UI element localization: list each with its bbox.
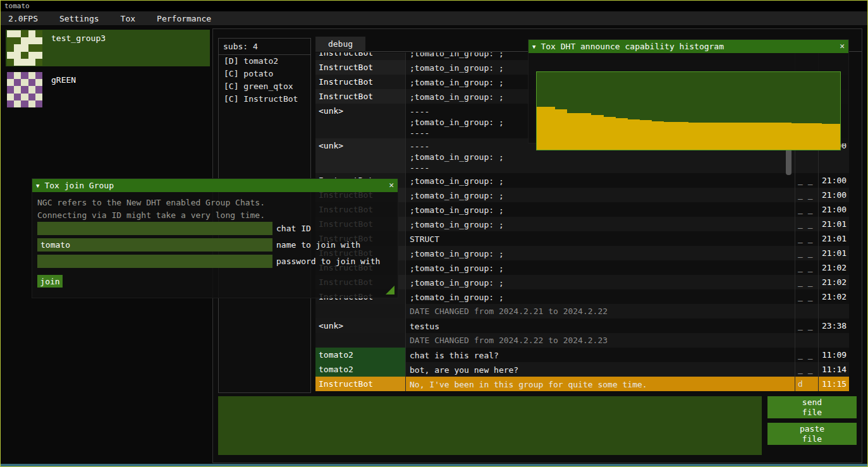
join-info-line2: Connecting via ID might take a very long… [37,209,393,222]
menu-item-2-0fps[interactable]: 2.0FPS [1,12,46,25]
sender-name: InstructBot [315,60,406,75]
sender-name: <unk> [315,318,406,333]
sender-name: <unk> [315,104,406,138]
message-time: 21:02 [819,275,849,289]
histogram-bar [773,123,779,150]
histogram-bar [737,123,743,150]
chat-message-row[interactable]: tomato2chat is this real?_ _11:09 [315,348,849,362]
histogram-bar [712,123,719,150]
message-time: 23:38 [819,318,849,333]
group-avatar [7,72,42,107]
message-text: chat is this real? [406,348,795,362]
group-item-gREEN[interactable]: gREEN [6,71,210,108]
message-text: ;tomato_in_group: ; [406,188,795,202]
message-status: _ _ [795,202,819,217]
message-time: 21:00 [819,188,849,202]
histogram-bar [707,123,713,150]
window-bottom-border [1,464,867,466]
sub-member[interactable]: [C] potato [219,68,310,80]
group-name: gREEN [51,75,76,108]
join-password-input[interactable] [37,255,272,268]
close-icon[interactable]: ✕ [840,41,845,51]
group-avatar [7,30,42,66]
join-group-window: ▼ Tox join Group ✕ NGC refers to the New… [32,179,398,298]
histogram-bar [646,120,652,150]
sub-member[interactable]: [C] InstructBot [219,93,310,106]
histogram-bar [609,117,616,150]
group-item-test_group3[interactable]: test_group3 [6,30,210,66]
message-text: ;tomato_in_group: ; [406,289,795,304]
chat-id-input[interactable] [37,222,272,235]
tab-debug[interactable]: debug [315,37,365,52]
histogram-bar [792,123,798,150]
sender-name: tomato2 [315,348,406,362]
histogram-bar [621,118,628,150]
chat-message-row[interactable]: <unk>testus_ _23:38 [315,318,849,333]
close-icon[interactable]: ✕ [389,180,394,190]
histogram-bar [688,123,695,150]
histogram-bar [810,123,816,150]
menu-item-tox[interactable]: Tox [113,12,143,25]
histogram-window-titlebar[interactable]: ▼ Tox DHT announce capability histogram … [529,40,848,53]
send-file-button[interactable]: send file [767,396,857,418]
message-status: _ _ [795,173,819,188]
histogram-bar [628,119,634,150]
chat-message-row[interactable]: tomato2bot, are you new here?_ _11:14 [315,362,849,377]
histogram-bar [658,121,664,150]
histogram-bar [664,122,670,150]
chat-date-row[interactable]: DATE CHANGED from 2024.2.21 to 2024.2.22 [315,304,849,318]
sub-member[interactable]: [C] green_qtox [219,80,310,93]
message-time: 21:01 [819,231,849,246]
histogram-bar [555,109,561,150]
chat-date-row[interactable]: DATE CHANGED from 2024.2.22 to 2024.2.23 [315,333,849,348]
message-text: ;tomato_in_group: ; [406,217,795,231]
histogram-bar [724,123,731,150]
chat-message-row[interactable]: InstructBotNo, I've been in this group f… [315,377,849,391]
resize-grip-icon[interactable] [386,286,394,294]
join-window-titlebar[interactable]: ▼ Tox join Group ✕ [32,179,398,192]
message-text: ;tomato_in_group: ; [406,260,795,275]
message-status: _ _ [795,362,819,377]
histogram-bar [755,123,761,150]
sender-name: <unk> [315,138,406,173]
join-button[interactable]: join [37,275,63,288]
chat-id-label: chat ID [276,224,311,233]
message-text: ;tomato_in_group: ; [406,246,795,260]
join-name-input[interactable] [37,238,272,252]
window-titlebar[interactable]: tomato [1,1,867,11]
group-name: test_group3 [51,33,106,66]
histogram-bar [543,107,549,150]
histogram-bar [591,115,597,150]
message-status: d [795,377,819,391]
message-input[interactable] [218,396,762,455]
histogram-bar [731,123,737,150]
message-time: 21:00 [819,202,849,217]
message-text: ;tomato_in_group: ; [406,275,795,289]
menu-item-settings[interactable]: Settings [52,12,107,25]
message-text: ;tomato_in_group: ; [406,202,795,217]
join-password-label: password to join with [276,257,380,266]
histogram-window-title: Tox DHT announce capability histogram [541,42,724,51]
message-time: 21:00 [819,173,849,188]
join-window-body: NGC refers to the New DHT enabled Group … [32,192,398,298]
message-text: ;tomato_in_group: ; [406,173,795,188]
histogram-bar [749,123,755,150]
sender-name: InstructBot [315,377,406,391]
collapse-arrow-icon[interactable]: ▼ [36,183,39,189]
histogram-bar [604,117,610,150]
subs-list: [D] tomato2[C] potato[C] green_qtox[C] I… [219,55,310,106]
message-time: 11:15 [819,377,849,391]
histogram-bar [652,121,658,150]
histogram-bar [676,122,683,150]
message-status: _ _ [795,275,819,289]
sub-member[interactable]: [D] tomato2 [219,55,310,68]
collapse-arrow-icon[interactable]: ▼ [532,44,535,50]
histogram-bar [700,123,707,150]
message-text: No, I've been in this group for quite so… [406,377,795,391]
histogram-window-body [529,53,848,143]
menu-item-performance[interactable]: Performance [149,12,219,25]
message-status [795,304,819,318]
message-time: 11:09 [819,348,849,362]
histogram-bar [834,124,840,150]
paste-file-button[interactable]: paste file [767,423,857,445]
